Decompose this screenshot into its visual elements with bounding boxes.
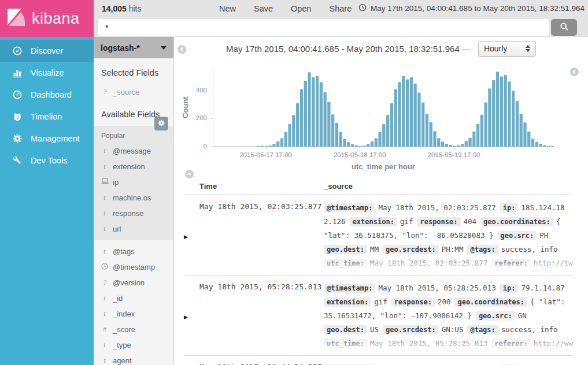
field-value: GN:US	[442, 325, 464, 334]
gear-icon	[157, 119, 165, 129]
expand-row-button[interactable]: ▶	[184, 281, 199, 351]
kibana-discover-app: kibana 14,005 hits NewSaveOpenShare May …	[0, 0, 588, 365]
sidebar-item-discover[interactable]: Discover	[0, 40, 94, 62]
field-key-badge: response:	[417, 217, 460, 226]
chart-collapse-top-button[interactable]	[185, 170, 194, 178]
hits-count: 14,005 hits	[102, 4, 142, 13]
field-value: PH:MM	[442, 245, 464, 254]
field-name: response	[113, 209, 143, 218]
text-field-icon: t	[101, 294, 108, 303]
chart-collapse-left-button[interactable]	[177, 45, 186, 54]
chevron-left-icon	[179, 45, 184, 54]
field-score[interactable]: #_score	[94, 322, 173, 337]
field-id[interactable]: t_id	[94, 290, 173, 306]
sidebar-item-dashboard[interactable]: Dashboard	[0, 84, 94, 106]
x-tick-mark	[360, 147, 360, 150]
kibana-logo[interactable]: kibana	[0, 0, 94, 37]
x-tick-label: 2015-05-19 17:00	[428, 151, 480, 158]
field-value: 79.1.14.87	[521, 284, 564, 292]
field-agent[interactable]: tagent	[94, 353, 173, 365]
field-name: machine.os	[113, 193, 151, 202]
field-value: May 18th 2015, 05:28:25.013	[378, 284, 495, 292]
search-button[interactable]	[551, 19, 577, 36]
field-type[interactable]: t_type	[94, 337, 173, 353]
nav-item-label: Dashboard	[31, 90, 72, 99]
field-extension[interactable]: textension	[94, 159, 173, 174]
text-field-icon: t	[101, 356, 108, 365]
table-header-row: Time _source	[184, 178, 573, 195]
popular-fields-list: t@messagetextensioniptmachine.ostrespons…	[94, 143, 173, 237]
menu-item-share[interactable]: Share	[330, 4, 352, 13]
field-name: _score	[113, 325, 135, 334]
app-nav: DiscoverVisualizeDashboardTimelionManage…	[0, 37, 94, 365]
compass-icon	[12, 46, 23, 56]
y-tick-mark	[210, 91, 213, 91]
field-key-badge: @tags:	[467, 325, 498, 334]
field-url[interactable]: turl	[94, 221, 173, 237]
sidebar-item-dev-tools[interactable]: Dev Tools	[0, 150, 94, 172]
field-machine-os[interactable]: tmachine.os	[94, 190, 173, 206]
field-value: May 18th 2015, 05:28:25.013	[370, 339, 487, 348]
time-range-picker[interactable]: May 17th 2015, 04:00:41.685 to May 20th …	[358, 3, 585, 13]
discover-main: May 17th 2015, 04:00:41.685 - May 20th 2…	[174, 37, 588, 365]
field-source[interactable]: ?_source	[94, 84, 173, 100]
field-name: @timestamp	[113, 263, 155, 271]
field-key-badge: geo.dest:	[324, 245, 367, 254]
field-tags[interactable]: t@tags	[94, 244, 173, 259]
gauge-icon	[12, 90, 23, 100]
field-value: 200	[438, 297, 451, 306]
doc-time: May 18th 2015, 02:03:25.877	[199, 201, 324, 270]
field-timestamp[interactable]: @timestamp	[94, 259, 173, 275]
expand-row-button[interactable]: ▶	[184, 362, 199, 365]
search-input[interactable]	[98, 19, 549, 36]
text-field-icon: t	[101, 147, 108, 155]
expand-row-button[interactable]: ▶	[184, 201, 199, 270]
field-value: May 18th 2015, 02:03:25.877	[370, 259, 487, 267]
index-pattern-selector[interactable]: logstash-*	[94, 37, 173, 58]
field-key-badge: referer:	[491, 259, 531, 268]
field-value: success, info	[501, 325, 558, 334]
text-field-icon: t	[101, 247, 108, 256]
field-key-badge: utc_time:	[324, 339, 367, 348]
chart-collapse-right-button[interactable]	[570, 68, 579, 76]
chart-header: May 17th 2015, 04:00:41.685 - May 20th 2…	[174, 37, 588, 60]
y-tick-mark	[210, 147, 213, 147]
fields-sidebar: logstash-* Selected Fields ?_source Avai…	[94, 37, 174, 365]
nav-item-label: Visualize	[31, 68, 64, 77]
field-name: extension	[113, 162, 145, 171]
field-message[interactable]: t@message	[94, 143, 173, 159]
field-name: agent	[113, 356, 132, 365]
text-field-icon: t	[101, 310, 108, 318]
field-name: @version	[113, 278, 145, 287]
ip-field-icon	[101, 178, 108, 187]
interval-select[interactable]: Hourly	[478, 41, 536, 57]
field-key-badge: response:	[391, 297, 435, 307]
top-bar: 14,005 hits NewSaveOpenShare May 17th 20…	[94, 0, 588, 17]
field-version[interactable]: ?@version	[94, 275, 173, 290]
time-range-text: May 17th 2015, 04:00:41.685 to May 20th …	[371, 4, 585, 13]
menu-item-new[interactable]: New	[219, 4, 236, 13]
histogram-plot[interactable]	[213, 68, 554, 147]
histogram-chart[interactable]: Count utc_time per hour 02004002015-05-1…	[174, 60, 588, 173]
sidebar-item-management[interactable]: Management	[0, 128, 94, 150]
sidebar-item-visualize[interactable]: Visualize	[0, 62, 94, 84]
sidebar-item-timelion[interactable]: Timelion	[0, 106, 94, 128]
menu-item-open[interactable]: Open	[291, 4, 311, 13]
popular-fields-section: Popular t@messagetextensioniptmachine.os…	[94, 126, 173, 240]
selected-fields-heading: Selected Fields	[101, 68, 173, 77]
search-icon	[560, 22, 569, 33]
doc-source: @timestamp:May 18th 2015, 05:28:25.013ip…	[324, 281, 573, 351]
field-name: _index	[113, 310, 135, 318]
field-index[interactable]: t_index	[94, 306, 173, 322]
field-settings-button[interactable]	[154, 117, 168, 131]
field-key-badge: ip:	[500, 203, 519, 213]
field-value: May 18th 2015, 02:03:25.877	[378, 203, 495, 212]
table-row: ▶May 18th 2015, 10:44:34.357@timestamp:M…	[184, 356, 573, 365]
unknown-field-icon: ?	[101, 278, 108, 287]
field-ip[interactable]: ip	[94, 174, 173, 190]
field-response[interactable]: tresponse	[94, 206, 173, 221]
field-key-badge: utc_time:	[324, 259, 367, 268]
menu-item-save[interactable]: Save	[254, 4, 273, 13]
field-key-badge: geo.srcdest:	[383, 245, 439, 254]
field-name: _type	[113, 341, 131, 349]
